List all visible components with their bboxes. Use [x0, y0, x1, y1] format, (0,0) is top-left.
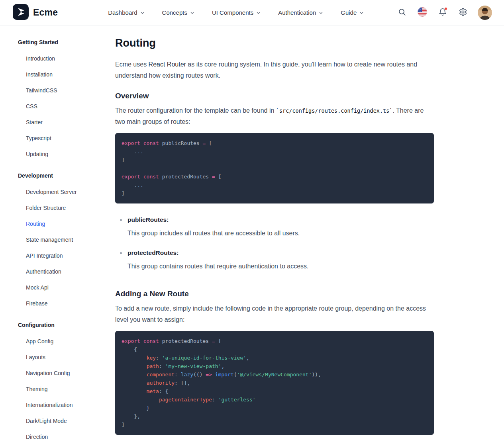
brand-name: Ecme — [33, 7, 58, 18]
sidebar-item-folder-structure[interactable]: Folder Structure — [19, 200, 97, 216]
bullet-icon — [120, 252, 122, 254]
chevron-down-icon — [319, 11, 323, 15]
code-line: pageContainerType: 'gutterless' — [122, 395, 428, 404]
sidebar-item-layouts[interactable]: Layouts — [19, 349, 97, 365]
code-line: ... — [122, 147, 428, 156]
nav-item-concepts[interactable]: Concepts — [162, 9, 194, 16]
sidebar-item-overall-theme-config[interactable]: Overall Theme Config — [19, 445, 97, 448]
sidebar-item-mock-api[interactable]: Mock Api — [19, 280, 97, 295]
nav-item-dashboard[interactable]: Dashboard — [108, 9, 144, 16]
code-line: component: lazy(() => import('@/views/My… — [122, 370, 428, 379]
code-line — [122, 164, 428, 172]
sidebar-section-title-configuration: Configuration — [18, 322, 97, 329]
top-navbar: Ecme DashboardConceptsUI ComponentsAuthe… — [0, 0, 504, 25]
code-block-route-groups: export const publicRoutes = [ ...] expor… — [115, 133, 434, 203]
code-line: ] — [122, 156, 428, 164]
search-icon — [398, 8, 406, 18]
code-block-add-route: export const protectedRoutes = [ { key: … — [115, 331, 434, 435]
notifications-button[interactable] — [437, 7, 448, 18]
sidebar-item-development-server[interactable]: Development Server — [19, 184, 97, 200]
sidebar-item-updating[interactable]: Updating — [19, 146, 97, 162]
nav-item-ui-components[interactable]: UI Components — [212, 9, 261, 16]
routes-config-path-code: `src/configs/routes.config/index.ts` — [276, 108, 393, 114]
code-line: ] — [122, 189, 428, 198]
sidebar-section-list: App ConfigLayoutsNavigation ConfigThemin… — [19, 333, 97, 448]
brand-logo-icon — [13, 4, 29, 22]
code-line: } — [122, 404, 428, 412]
intro-text-pre: Ecme uses — [115, 61, 149, 68]
header-actions — [396, 6, 492, 20]
nav-item-label: Concepts — [162, 9, 187, 16]
sidebar-item-firebase[interactable]: Firebase — [19, 295, 97, 311]
sidebar-item-navigation-config[interactable]: Navigation Config — [19, 365, 97, 381]
sidebar-item-direction[interactable]: Direction — [19, 429, 97, 445]
main-nav: DashboardConceptsUI ComponentsAuthentica… — [108, 9, 364, 16]
sidebar-item-app-config[interactable]: App Config — [19, 333, 97, 349]
page-body: Getting StartedIntroductionInstallationT… — [0, 25, 504, 448]
overview-text-pre: The router configuration for the templat… — [115, 107, 276, 114]
code-line: key: 'a-unique-id-for-this-view', — [122, 354, 428, 362]
code-line: }, — [122, 412, 428, 421]
route-group-item: publicRoutes:This group includes all rou… — [115, 215, 434, 239]
sidebar-section-title-getting-started: Getting Started — [18, 39, 97, 46]
sidebar-item-internationalization[interactable]: Internationalization — [19, 397, 97, 413]
notification-dot — [444, 7, 447, 10]
code-line: ... — [122, 181, 428, 189]
route-group-description: This group contains routes that require … — [127, 261, 308, 272]
intro-paragraph: Ecme uses React Router as its core routi… — [115, 59, 434, 81]
chevron-down-icon — [190, 11, 194, 15]
sidebar-item-tailwindcss[interactable]: TailwindCSS — [19, 82, 97, 98]
brand-logo[interactable]: Ecme — [13, 4, 58, 22]
code-line: export const protectedRoutes = [ — [122, 172, 428, 181]
code-line: path: 'my-new-view-path', — [122, 362, 428, 370]
sidebar-item-installation[interactable]: Installation — [19, 67, 97, 82]
code-line: meta: { — [122, 387, 428, 395]
sidebar: Getting StartedIntroductionInstallationT… — [0, 25, 97, 448]
avatar[interactable] — [478, 6, 492, 20]
nav-item-label: UI Components — [212, 9, 253, 16]
sidebar-item-authentication[interactable]: Authentication — [19, 264, 97, 280]
nav-item-label: Authentication — [278, 9, 316, 16]
route-group-description: This group includes all routes that are … — [127, 228, 300, 239]
sidebar-item-api-integration[interactable]: API Integration — [19, 248, 97, 264]
gear-icon — [459, 8, 467, 18]
code-line: export const publicRoutes = [ — [122, 139, 428, 147]
sidebar-section-list: Development ServerFolder StructureRoutin… — [19, 184, 97, 311]
code-line: ] — [122, 421, 428, 429]
nav-item-label: Guide — [341, 9, 357, 16]
language-flag-button[interactable] — [417, 7, 428, 18]
sidebar-item-theming[interactable]: Theming — [19, 381, 97, 397]
nav-item-guide[interactable]: Guide — [341, 9, 364, 16]
sidebar-item-state-management[interactable]: State management — [19, 232, 97, 248]
chevron-down-icon — [140, 11, 145, 15]
usa-flag-icon — [417, 7, 428, 18]
code-line: authority: [], — [122, 379, 428, 387]
sidebar-section-title-development: Development — [18, 172, 97, 179]
code-line: export const protectedRoutes = [ — [122, 337, 428, 345]
route-group-term: protectedRoutes: — [127, 248, 308, 257]
route-group-item: protectedRoutes:This group contains rout… — [115, 248, 434, 272]
adding-route-heading: Adding a New Route — [115, 289, 504, 299]
sidebar-section-list: IntroductionInstallationTailwindCSSCSSSt… — [19, 51, 97, 162]
sidebar-item-introduction[interactable]: Introduction — [19, 51, 97, 67]
chevron-down-icon — [359, 11, 364, 15]
bullet-icon — [120, 219, 122, 221]
sidebar-item-routing[interactable]: Routing — [19, 216, 97, 232]
route-groups-list: publicRoutes:This group includes all rou… — [115, 215, 434, 272]
sidebar-item-starter[interactable]: Starter — [19, 114, 97, 130]
settings-button[interactable] — [457, 7, 469, 18]
overview-heading: Overview — [115, 91, 504, 101]
main-content: Routing Ecme uses React Router as its co… — [97, 25, 504, 448]
adding-route-paragraph: To add a new route, simply include the f… — [115, 303, 434, 325]
search-button[interactable] — [396, 7, 408, 18]
sidebar-item-typescript[interactable]: Typescript — [19, 130, 97, 146]
chevron-down-icon — [256, 11, 261, 15]
react-router-link[interactable]: React Router — [149, 61, 186, 68]
code-line: { — [122, 345, 428, 354]
page-title: Routing — [115, 36, 504, 50]
nav-item-authentication[interactable]: Authentication — [278, 9, 323, 16]
route-group-term: publicRoutes: — [127, 215, 300, 224]
sidebar-item-css[interactable]: CSS — [19, 98, 97, 114]
sidebar-item-dark-light-mode[interactable]: Dark/Light Mode — [19, 413, 97, 429]
overview-paragraph: The router configuration for the templat… — [115, 105, 434, 127]
